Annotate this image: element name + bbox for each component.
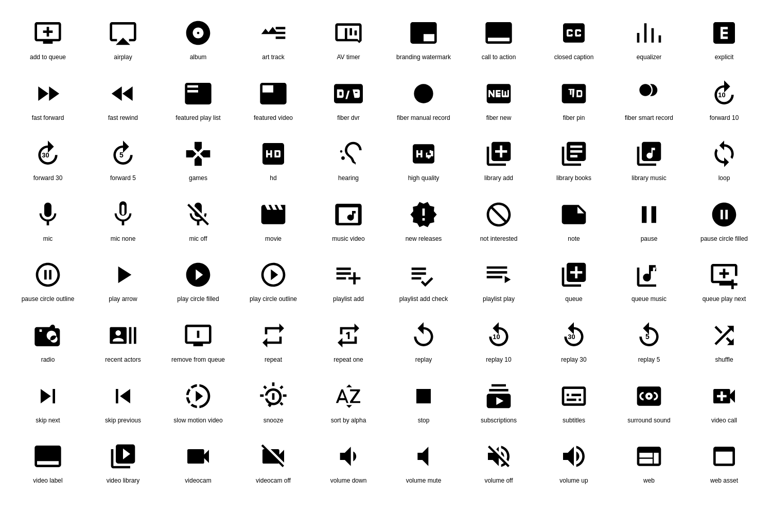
icon-queue: queue	[536, 252, 611, 313]
icon-grid: add to queue airplay album art track AV …	[10, 10, 762, 494]
icon-video-library: video library	[85, 434, 161, 494]
icon-forward-5: 5 forward 5	[85, 131, 161, 192]
icon-airplay: airplay	[85, 10, 161, 71]
icon-volume-mute: volume mute	[386, 434, 461, 494]
icon-radio: radio	[10, 313, 85, 374]
icon-featured-video: featured video	[236, 71, 311, 132]
icon-equalizer: equalizer	[611, 10, 687, 71]
icon-replay: replay	[386, 313, 461, 374]
icon-shuffle: shuffle	[687, 313, 762, 374]
svg-point-0	[414, 84, 433, 103]
icon-web-asset: web asset	[687, 434, 762, 494]
icon-fiber-manual-record: fiber manual record	[386, 71, 461, 132]
icon-subscriptions: subscriptions	[461, 374, 536, 434]
icon-mic: mic	[10, 192, 85, 253]
svg-text:5: 5	[119, 151, 124, 159]
icon-fiber-new: fiber new	[461, 71, 536, 132]
icon-forward-30: 30 forward 30	[10, 131, 85, 192]
icon-forward-10: 10 forward 10	[687, 71, 762, 132]
icon-videocam: videocam	[161, 434, 236, 494]
icon-pause-circle-filled: pause circle filled	[687, 192, 762, 253]
icon-games: games	[161, 131, 236, 192]
icon-sort-by-alpha: sort by alpha	[311, 374, 386, 434]
icon-new-releases: new releases	[386, 192, 461, 253]
icon-replay-30: 30 replay 30	[536, 313, 611, 374]
icon-fiber-dvr: fiber dvr	[311, 71, 386, 132]
icon-high-quality: high quality	[386, 131, 461, 192]
icon-mic-off: mic off	[161, 192, 236, 253]
icon-fiber-pin: fiber pin	[536, 71, 611, 132]
icon-featured-play-list: featured play list	[161, 71, 236, 132]
icon-volume-down: volume down	[311, 434, 386, 494]
icon-library-books: library books	[536, 131, 611, 192]
icon-skip-previous: skip previous	[85, 374, 161, 434]
icon-remove-from-queue: remove from queue	[161, 313, 236, 374]
icon-hearing: hearing	[311, 131, 386, 192]
icon-fiber-smart-record: fiber smart record	[611, 71, 687, 132]
icon-add-to-queue: add to queue	[10, 10, 85, 71]
icon-web: web	[611, 434, 687, 494]
icon-fast-rewind: fast rewind	[85, 71, 161, 132]
icon-playlist-play: playlist play	[461, 252, 536, 313]
icon-pause: pause	[611, 192, 687, 253]
svg-text:30: 30	[42, 151, 49, 159]
icon-pause-circle-outline: pause circle outline	[10, 252, 85, 313]
icon-replay-5: 5 replay 5	[611, 313, 687, 374]
icon-slow-motion-video: slow motion video	[161, 374, 236, 434]
icon-library-music: library music	[611, 131, 687, 192]
icon-playlist-add-check: playlist add check	[386, 252, 461, 313]
icon-replay-10: 10 replay 10	[461, 313, 536, 374]
icon-video-label: video label	[10, 434, 85, 494]
icon-surround-sound: surround sound	[611, 374, 687, 434]
icon-skip-next: skip next	[10, 374, 85, 434]
icon-loop: loop	[687, 131, 762, 192]
svg-text:5: 5	[645, 332, 650, 341]
icon-hd: hd	[236, 131, 311, 192]
icon-repeat: repeat	[236, 313, 311, 374]
icon-queue-music: queue music	[611, 252, 687, 313]
icon-volume-off: volume off	[461, 434, 536, 494]
icon-recent-actors: recent actors	[85, 313, 161, 374]
icon-branding-watermark: branding watermark	[386, 10, 461, 71]
icon-explicit: explicit	[687, 10, 762, 71]
icon-mic-none: mic none	[85, 192, 161, 253]
icon-library-add: library add	[461, 131, 536, 192]
svg-text:10: 10	[493, 333, 500, 341]
icon-album: album	[161, 10, 236, 71]
icon-subtitles: subtitles	[536, 374, 611, 434]
icon-play-circle-outline: play circle outline	[236, 252, 311, 313]
icon-music-video: music video	[311, 192, 386, 253]
svg-text:30: 30	[568, 333, 575, 341]
icon-av-timer: AV timer	[311, 10, 386, 71]
icon-play-arrow: play arrow	[85, 252, 161, 313]
icon-repeat-one: repeat one	[311, 313, 386, 374]
icon-call-to-action: call to action	[461, 10, 536, 71]
icon-volume-up: volume up	[536, 434, 611, 494]
icon-not-interested: not interested	[461, 192, 536, 253]
icon-stop: stop	[386, 374, 461, 434]
icon-queue-play-next: queue play next	[687, 252, 762, 313]
icon-closed-caption: closed caption	[536, 10, 611, 71]
icon-art-track: art track	[236, 10, 311, 71]
icon-snooze: snooze	[236, 374, 311, 434]
icon-videocam-off: videocam off	[236, 434, 311, 494]
icon-play-circle-filled: play circle filled	[161, 252, 236, 313]
icon-fast-forward: fast forward	[10, 71, 85, 132]
svg-text:10: 10	[718, 91, 725, 99]
icon-video-call: video call	[687, 374, 762, 434]
icon-note: note	[536, 192, 611, 253]
icon-playlist-add: playlist add	[311, 252, 386, 313]
icon-movie: movie	[236, 192, 311, 253]
